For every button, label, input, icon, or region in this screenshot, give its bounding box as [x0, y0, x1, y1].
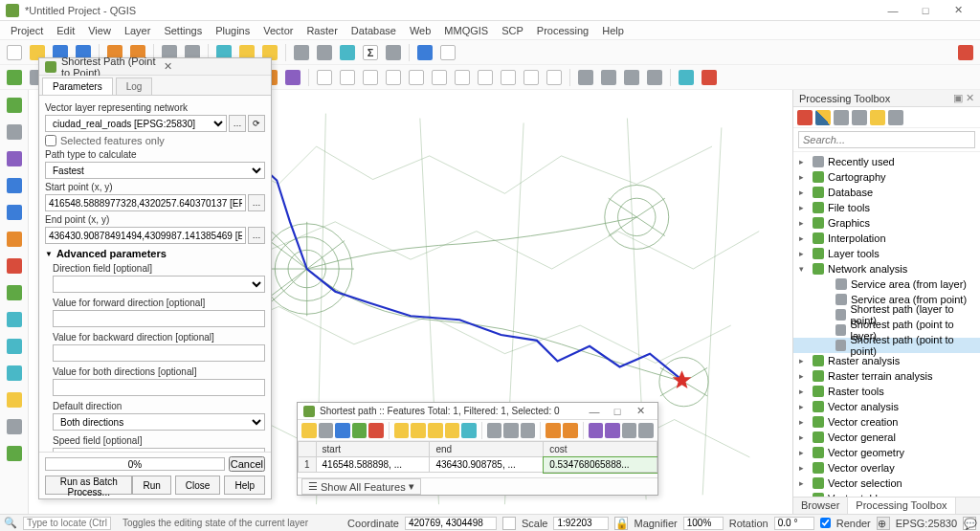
- menu-web[interactable]: Web: [403, 25, 437, 36]
- toolbox-tree[interactable]: ▸Recently used▸Cartography▸Database▸File…: [793, 152, 980, 497]
- ntv2-icon[interactable]: [699, 67, 720, 88]
- menu-mmqgis[interactable]: MMQGIS: [437, 25, 495, 36]
- toolbox-item[interactable]: Shortest path (point to point): [793, 338, 980, 353]
- menu-scp[interactable]: SCP: [495, 25, 530, 36]
- selected-only-checkbox[interactable]: [45, 135, 56, 146]
- select-all-icon[interactable]: [411, 423, 426, 438]
- menu-vector[interactable]: Vector: [256, 25, 300, 36]
- reload-icon[interactable]: ⟳: [248, 115, 265, 132]
- coord-input[interactable]: [405, 517, 497, 530]
- value-backward-input[interactable]: [53, 344, 265, 362]
- tab-log[interactable]: Log: [116, 77, 153, 95]
- value-both-input[interactable]: [53, 379, 265, 396]
- value-forward-input[interactable]: [53, 310, 265, 327]
- menu-view[interactable]: View: [81, 25, 118, 36]
- col-end[interactable]: end: [430, 442, 544, 457]
- zoom-native-icon[interactable]: [475, 67, 496, 88]
- toolbox-item[interactable]: ▸Layer tools: [793, 246, 980, 261]
- multiedit-icon[interactable]: [319, 423, 334, 438]
- add-mssql-icon[interactable]: [3, 228, 26, 251]
- zoom-to-icon[interactable]: [521, 423, 536, 438]
- toolbox-item[interactable]: ▸Vector general: [793, 430, 980, 445]
- attr-minimize-icon[interactable]: —: [583, 406, 606, 417]
- crs-icon[interactable]: ⊕: [877, 517, 890, 530]
- move-top-icon[interactable]: [487, 423, 502, 438]
- toolbox-item[interactable]: ▸Vector overlay: [793, 460, 980, 476]
- zoom-last-icon[interactable]: [498, 67, 519, 88]
- add-db2-icon[interactable]: [3, 281, 26, 304]
- add-spatialite-icon[interactable]: [3, 201, 26, 224]
- toolbox-item[interactable]: ▸Vector selection: [793, 476, 980, 491]
- history-icon[interactable]: [621, 67, 642, 88]
- tab-browser[interactable]: Browser: [793, 498, 848, 514]
- help-button[interactable]: Help: [224, 476, 265, 495]
- add-wcs-icon[interactable]: [3, 335, 26, 358]
- locate-input[interactable]: [23, 517, 111, 530]
- toolbox-item[interactable]: ▸Vector analysis: [793, 399, 980, 414]
- minimize-button[interactable]: —: [877, 1, 909, 20]
- tab-processing-toolbox[interactable]: Processing Toolbox: [848, 498, 955, 514]
- toolbox-item[interactable]: ▸Recently used: [793, 154, 980, 169]
- toolbox-item[interactable]: ▸Cartography: [793, 169, 980, 185]
- new-project-icon[interactable]: [4, 42, 25, 63]
- toolbox-item[interactable]: Service area (from layer): [793, 277, 980, 292]
- new-field-icon[interactable]: [589, 423, 604, 438]
- start-point-input[interactable]: [45, 194, 246, 211]
- pick-end-icon[interactable]: …: [248, 227, 265, 244]
- filter-icon[interactable]: [461, 423, 477, 438]
- menu-database[interactable]: Database: [345, 25, 403, 36]
- panel-options-icon[interactable]: ▣ ✕: [953, 92, 974, 104]
- add-raster-layer-icon[interactable]: [3, 121, 26, 144]
- pan-selection-icon[interactable]: [337, 67, 358, 88]
- show-all-features-button[interactable]: ☰ Show All Features ▾: [301, 478, 421, 495]
- gear-icon[interactable]: [575, 67, 596, 88]
- toolbox-options-icon[interactable]: [888, 110, 903, 125]
- copy-icon[interactable]: [546, 423, 561, 438]
- toolbox-python-icon[interactable]: [815, 110, 831, 125]
- deselect-all-icon[interactable]: [445, 423, 460, 438]
- toolbox-gear-icon[interactable]: [797, 110, 813, 125]
- path-type-select[interactable]: Fastest: [45, 162, 265, 179]
- render-checkbox[interactable]: [820, 518, 831, 528]
- toggle-edit-icon[interactable]: [301, 423, 317, 438]
- toolbox-results-icon[interactable]: [852, 110, 867, 125]
- sigma-icon[interactable]: Σ: [360, 42, 381, 63]
- zoom-next-icon[interactable]: [521, 67, 542, 88]
- coord-button[interactable]: [502, 517, 516, 530]
- close-button[interactable]: ✕: [942, 1, 974, 20]
- attributes-icon[interactable]: [291, 42, 312, 63]
- wms-icon[interactable]: [282, 67, 303, 88]
- add-wms-icon[interactable]: [3, 308, 26, 331]
- toolbox-item[interactable]: ▸Graphics: [793, 215, 980, 231]
- menu-plugins[interactable]: Plugins: [209, 25, 256, 36]
- iterate-icon[interactable]: …: [229, 115, 246, 132]
- scale-input[interactable]: [553, 517, 609, 530]
- col-cost[interactable]: cost: [544, 442, 657, 457]
- table-row[interactable]: 1 416548.588898, ... 436430.908785, ... …: [299, 457, 657, 473]
- toolbox-item[interactable]: ▾Network analysis: [793, 261, 980, 277]
- menu-project[interactable]: Project: [4, 25, 50, 36]
- field-calc-icon[interactable]: [314, 42, 335, 63]
- advanced-header[interactable]: Advanced parameters: [45, 248, 265, 259]
- toolbox-item[interactable]: ▸File tools: [793, 200, 980, 215]
- paste-icon[interactable]: [563, 423, 578, 438]
- end-point-input[interactable]: [45, 227, 246, 244]
- dock-icon[interactable]: [638, 423, 654, 438]
- vector-layer-select[interactable]: ciudad_real_roads [EPSG:25830]: [45, 115, 227, 132]
- toolbox-item[interactable]: ▸Raster terrain analysis: [793, 368, 980, 384]
- zoom-selection-icon[interactable]: [429, 67, 450, 88]
- close-dialog-button[interactable]: Close: [175, 476, 221, 495]
- stats-icon[interactable]: [337, 42, 358, 63]
- conditional-format-icon[interactable]: [622, 423, 637, 438]
- menu-raster[interactable]: Raster: [300, 25, 344, 36]
- scale-lock-icon[interactable]: 🔒: [614, 517, 628, 530]
- dialog-close-icon[interactable]: ✕: [164, 60, 266, 73]
- add-pg-icon[interactable]: [3, 174, 26, 197]
- add-vector-layer-icon[interactable]: [3, 94, 26, 117]
- default-direction-select[interactable]: Both directions: [53, 413, 265, 431]
- add-oracle-icon[interactable]: [3, 254, 26, 277]
- messages-icon[interactable]: 💬: [963, 517, 976, 530]
- menu-edit[interactable]: Edit: [50, 25, 81, 36]
- invert-sel-icon[interactable]: [428, 423, 443, 438]
- toolbox-edit-icon[interactable]: [870, 110, 885, 125]
